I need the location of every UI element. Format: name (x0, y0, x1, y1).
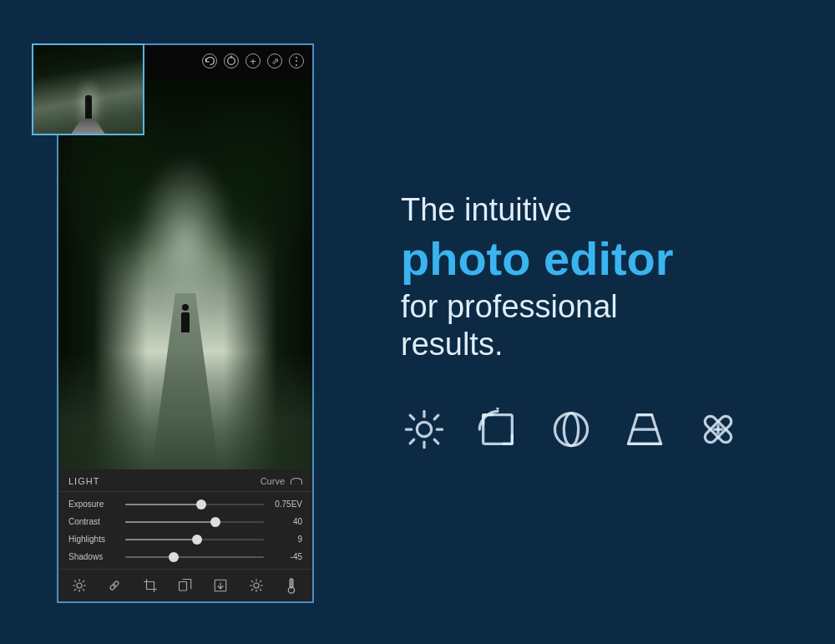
forest-scene (58, 77, 312, 469)
svg-line-8 (83, 589, 84, 591)
figure (181, 304, 190, 332)
svg-line-9 (83, 581, 84, 582)
svg-line-23 (260, 589, 261, 591)
svg-line-35 (434, 439, 438, 444)
crop-bottom-icon[interactable] (141, 576, 159, 595)
contrast-value: 40 (271, 517, 302, 526)
brightness-feature-icon (401, 406, 448, 453)
shadows-label: Shadows (68, 552, 119, 561)
add-icon[interactable] (245, 53, 261, 68)
contrast-track[interactable] (125, 521, 264, 523)
svg-rect-14 (179, 582, 186, 591)
thumbnail-image (33, 45, 143, 134)
svg-point-0 (228, 58, 235, 65)
light-label: LIGHT (68, 476, 99, 486)
left-section: LIGHT Curve Exposure 0.75EV (0, 0, 351, 644)
feature-icons-row (401, 406, 793, 453)
svg-point-39 (555, 413, 588, 445)
svg-line-25 (251, 589, 253, 591)
curve-icon (291, 478, 302, 484)
light-active-bottom-icon[interactable] (247, 576, 266, 595)
page-wrapper: LIGHT Curve Exposure 0.75EV (0, 0, 835, 644)
temperature-bottom-icon[interactable] (282, 576, 301, 595)
shadows-slider-row: Shadows -45 (68, 548, 302, 565)
shadows-track[interactable] (125, 556, 264, 558)
undo-icon[interactable] (202, 53, 217, 68)
healing-bottom-icon[interactable] (105, 576, 124, 595)
exposure-slider-row: Exposure 0.75EV (68, 495, 302, 513)
export-bottom-icon[interactable] (211, 576, 230, 595)
clone-bottom-icon[interactable] (176, 576, 195, 595)
shadows-value: -45 (271, 552, 302, 561)
brightness-bottom-icon[interactable] (70, 576, 89, 595)
svg-point-29 (417, 422, 431, 436)
light-header: LIGHT Curve (58, 469, 312, 492)
right-section: The intuitive photo editor for professio… (351, 158, 835, 485)
svg-point-17 (254, 583, 259, 588)
svg-point-40 (564, 413, 578, 445)
tagline-container: The intuitive photo editor for professio… (401, 191, 793, 363)
svg-rect-38 (483, 414, 513, 444)
highlights-track[interactable] (125, 539, 264, 540)
tagline-line3: for professionalresults. (401, 288, 793, 364)
svg-line-37 (410, 439, 414, 444)
tagline-line1: The intuitive (401, 191, 793, 230)
exposure-label: Exposure (68, 499, 119, 509)
tagline-bold: photo editor (401, 233, 793, 285)
perspective-feature-icon (621, 406, 668, 453)
contrast-slider-row: Contrast 40 (68, 513, 302, 530)
sliders-area: Exposure 0.75EV Contrast (58, 492, 312, 569)
more-icon[interactable] (289, 53, 304, 68)
highlights-label: Highlights (68, 535, 119, 544)
highlights-value: 9 (271, 535, 302, 544)
svg-point-2 (77, 583, 82, 588)
contrast-label: Contrast (68, 517, 119, 526)
exposure-track[interactable] (125, 504, 264, 505)
share-icon[interactable] (267, 53, 282, 68)
curve-label: Curve (261, 476, 302, 486)
highlights-slider-row: Highlights 9 (68, 530, 302, 548)
svg-line-10 (74, 589, 76, 591)
crop-rotate-feature-icon (474, 406, 521, 453)
svg-line-34 (410, 415, 414, 419)
photo-area (58, 77, 312, 469)
svg-line-24 (260, 581, 261, 582)
bottom-icons-bar (58, 569, 312, 601)
svg-line-36 (434, 415, 438, 419)
healing-feature-icon (695, 406, 741, 453)
vignette-feature-icon (548, 406, 595, 453)
svg-line-7 (74, 581, 76, 582)
exposure-value: 0.75EV (271, 499, 302, 509)
rotate-icon[interactable] (224, 53, 239, 68)
bottom-panel: LIGHT Curve Exposure 0.75EV (58, 469, 312, 601)
thumbnail-preview (32, 43, 144, 135)
svg-line-22 (251, 581, 253, 582)
